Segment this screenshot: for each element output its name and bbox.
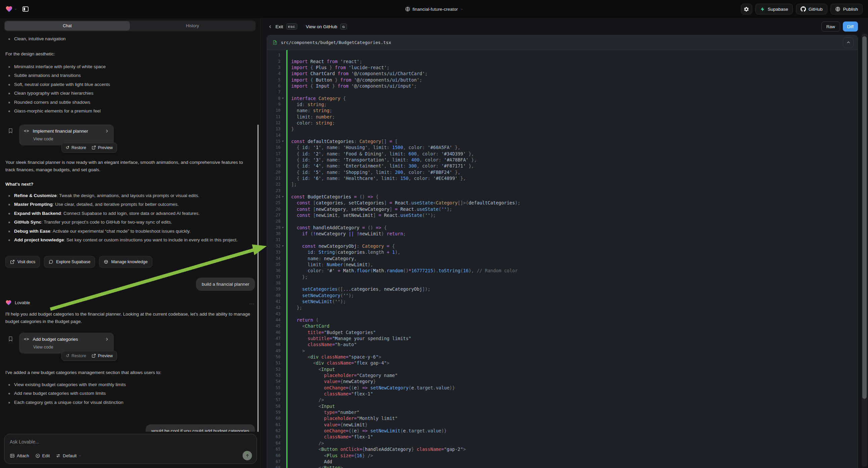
- code-line: 26 const [newCategory, setNewCategory] =…: [267, 206, 858, 212]
- restore-icon: ↺: [66, 353, 69, 358]
- chat-message-list[interactable]: Clean, intuitive navigation For the desi…: [0, 32, 260, 432]
- added-file-icon: [273, 40, 277, 45]
- line-number: 9: [267, 102, 280, 107]
- code-line: 22];: [267, 181, 858, 187]
- publish-button[interactable]: Publish: [830, 4, 863, 14]
- line-number: 50: [267, 354, 280, 359]
- code-text: subtitle="Manage your spending limits": [286, 336, 411, 341]
- tab-history[interactable]: History: [130, 21, 255, 31]
- code-line: 45 <ChartCard: [267, 323, 858, 329]
- version-card-implement-financial-planner[interactable]: <> Implement financial planner View code…: [19, 124, 114, 145]
- code-text: import { Input } from '@/components/ui/i…: [286, 83, 417, 89]
- preview-button[interactable]: Preview: [92, 353, 113, 358]
- exit-button[interactable]: Exit ESC: [268, 24, 297, 30]
- bullet-item: Clean, intuitive navigation: [5, 35, 255, 43]
- code-content[interactable]: 12import React from 'react';3import { Pl…: [267, 50, 858, 468]
- sliders-icon: [56, 453, 61, 458]
- code-line: 39 setCategories([...categories, newCate…: [267, 286, 858, 292]
- line-number: 31: [267, 237, 280, 242]
- view-code-link[interactable]: View code: [33, 136, 109, 141]
- file-path-bar[interactable]: src/components/budget/BudgetCategories.t…: [267, 35, 858, 50]
- line-number: 26: [267, 207, 280, 211]
- restore-label: Restore: [71, 145, 86, 150]
- mode-label: Default: [63, 453, 76, 458]
- lovable-logo-menu[interactable]: [5, 5, 17, 13]
- code-line: 8interface Category {: [267, 95, 858, 101]
- code-line: 29 const handleAddCategory = () => {: [267, 225, 858, 231]
- diff-toggle-button[interactable]: Diff: [843, 22, 858, 32]
- design-heading: For the design aesthetic:: [5, 50, 255, 58]
- edit-button[interactable]: Edit: [35, 453, 50, 458]
- line-number: 51: [267, 360, 280, 365]
- github-button[interactable]: GitHub: [796, 4, 828, 14]
- manage-knowledge-button[interactable]: Manage knowledge: [99, 256, 152, 268]
- code-line: 6import { Input } from '@/components/ui/…: [267, 83, 858, 89]
- code-text: <ChartCard: [286, 323, 330, 329]
- version-card-add-budget-categories[interactable]: <> Add budget categories View code ↺ Res…: [19, 333, 114, 353]
- chat-composer: Attach Edit Default: [4, 434, 257, 464]
- code-line: 40 setNewCategory('');: [267, 292, 858, 298]
- code-line: 53 placeholder="Category name": [267, 372, 858, 378]
- bookmark-icon[interactable]: [8, 336, 13, 342]
- preview-label: Preview: [98, 353, 113, 358]
- restore-preview-pill: ↺ Restore Preview: [61, 143, 117, 153]
- code-line: 11 limit: number;: [267, 114, 858, 119]
- raw-toggle-button[interactable]: Raw: [822, 22, 840, 32]
- code-text: import { Plus } from 'lucide-react';: [286, 65, 390, 70]
- code-line: 46 title="Budget Categories": [267, 329, 858, 335]
- code-text: >: [286, 348, 305, 353]
- code-text: ];: [286, 182, 297, 187]
- line-number: 46: [267, 330, 280, 335]
- line-number: 33: [267, 250, 280, 255]
- mode-selector[interactable]: Default: [56, 453, 82, 458]
- restore-button[interactable]: ↺ Restore: [66, 145, 86, 150]
- visit-docs-button[interactable]: Visit docs: [5, 256, 40, 268]
- line-number: 23: [267, 188, 280, 193]
- code-text: { id: '3', name: 'Transportation', limit…: [286, 157, 477, 163]
- code-line: 17 { id: '2', name: 'Food & Dining', lim…: [267, 151, 858, 157]
- project-selector[interactable]: financial-future-creator: [405, 0, 463, 18]
- chat-input[interactable]: [10, 439, 252, 444]
- sidebar-toggle-button[interactable]: [21, 4, 31, 14]
- code-text: <Input: [286, 367, 335, 372]
- explore-supabase-button[interactable]: Explore Supabase: [44, 256, 95, 268]
- code-text: import React from 'react';: [286, 59, 362, 64]
- bullet-item: Clean typography with clear hierarchies: [5, 89, 255, 98]
- code-line: 28: [267, 218, 858, 224]
- code-text: const newCategoryObj: Category = {: [286, 243, 395, 249]
- tab-chat[interactable]: Chat: [5, 21, 130, 31]
- view-on-github-label: View on GitHub: [306, 24, 338, 29]
- settings-button[interactable]: [741, 4, 752, 14]
- version-title: Add budget categories: [33, 337, 101, 342]
- publish-globe-icon: [835, 6, 840, 12]
- attach-button[interactable]: Attach: [10, 453, 29, 458]
- restore-preview-pill: ↺ Restore Preview: [61, 351, 117, 361]
- collapse-file-button[interactable]: [843, 37, 854, 48]
- bullet-item: GitHub Sync: Transfer your project's cod…: [5, 218, 255, 227]
- gear-icon: [744, 6, 749, 12]
- bullet-item: Master Prompting: Use clear, detailed, a…: [5, 200, 255, 209]
- code-line: 27 const [newLimit, setNewLimit] = React…: [267, 212, 858, 218]
- code-line: 10 name: string;: [267, 108, 858, 114]
- view-on-github-button[interactable]: View on GitHub G: [306, 24, 347, 30]
- preview-button[interactable]: Preview: [92, 145, 113, 150]
- code-line: 56 className="flex-1": [267, 391, 858, 397]
- code-scrollbar[interactable]: [862, 36, 867, 399]
- restore-button[interactable]: ↺ Restore: [66, 353, 86, 358]
- line-number: 15: [267, 139, 280, 144]
- line-number: 5: [267, 78, 280, 82]
- chat-scrollbar[interactable]: [257, 124, 259, 432]
- message-more-button[interactable]: ...: [249, 300, 255, 305]
- code-text: value={newLimit}: [286, 422, 368, 428]
- supabase-button[interactable]: Supabase: [755, 4, 793, 14]
- chat-panel: Chat History Clean, intuitive navigation…: [0, 18, 261, 468]
- bookmark-icon[interactable]: [8, 128, 13, 134]
- code-text: return (: [286, 317, 318, 323]
- lovable-app: financial-future-creator Supabase GitHub: [0, 0, 868, 468]
- send-button[interactable]: [243, 451, 252, 460]
- bullet-item: Soft, neutral color palette with light b…: [5, 80, 255, 89]
- chevron-right-icon: [105, 337, 109, 342]
- code-text: Add: [286, 459, 332, 464]
- line-number: 20: [267, 170, 280, 175]
- view-code-link[interactable]: View code: [33, 345, 109, 350]
